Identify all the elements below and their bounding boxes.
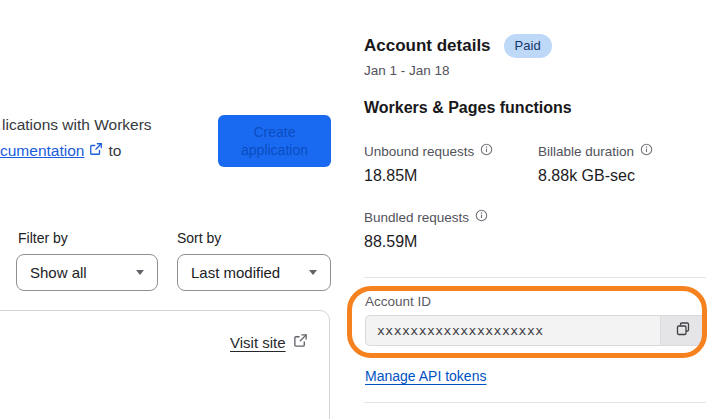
visit-site-row: Visit site: [230, 333, 308, 352]
stat-label: Unbound requests: [364, 144, 474, 159]
chevron-down-icon: [136, 270, 144, 275]
create-application-button[interactable]: Create application: [218, 115, 331, 167]
intro-text-line1: lications with Workers: [2, 116, 152, 134]
stat-label: Bundled requests: [364, 210, 469, 225]
section-title: Workers & Pages functions: [364, 99, 572, 117]
intro-text-after-link: to: [108, 142, 121, 160]
sort-select[interactable]: Last modified: [177, 254, 331, 291]
stat-value: 8.88k GB-sec: [538, 167, 653, 185]
stat-unbound-requests: Unbound requests 18.85M: [364, 143, 493, 185]
intro-text-line2: cumentation to: [0, 142, 121, 160]
copy-icon: [675, 321, 691, 340]
paid-badge: Paid: [504, 34, 552, 58]
project-card: [0, 310, 330, 419]
stat-value: 88.59M: [364, 233, 488, 251]
stat-label: Billable duration: [538, 144, 634, 159]
stat-bundled-requests: Bundled requests 88.59M: [364, 209, 488, 251]
filter-by-label: Filter by: [18, 230, 68, 246]
visit-site-link[interactable]: Visit site: [230, 334, 286, 351]
documentation-link[interactable]: cumentation: [0, 142, 84, 160]
info-icon[interactable]: [480, 143, 493, 159]
account-details-title: Account details: [364, 36, 491, 56]
account-id-input[interactable]: [365, 315, 660, 346]
chevron-down-icon: [309, 270, 317, 275]
account-id-label: Account ID: [365, 294, 431, 309]
account-details-header: Account details Paid: [364, 34, 552, 58]
date-range: Jan 1 - Jan 18: [364, 63, 450, 78]
info-icon[interactable]: [475, 209, 488, 225]
stat-billable-duration: Billable duration 8.88k GB-sec: [538, 143, 653, 185]
copy-button[interactable]: [660, 315, 706, 346]
divider: [364, 277, 706, 278]
account-id-field: [365, 315, 706, 346]
sort-select-value: Last modified: [191, 264, 280, 281]
filter-select[interactable]: Show all: [16, 254, 158, 291]
info-icon[interactable]: [640, 143, 653, 159]
external-link-icon: [293, 333, 308, 352]
external-link-icon: [89, 142, 103, 160]
sort-by-label: Sort by: [177, 230, 221, 246]
divider: [364, 402, 706, 403]
cloudflare-workers-overview: lications with Workers cumentation to Cr…: [0, 0, 718, 419]
stat-value: 18.85M: [364, 167, 493, 185]
manage-api-tokens-link[interactable]: Manage API tokens: [365, 368, 486, 384]
filter-select-value: Show all: [30, 264, 87, 281]
